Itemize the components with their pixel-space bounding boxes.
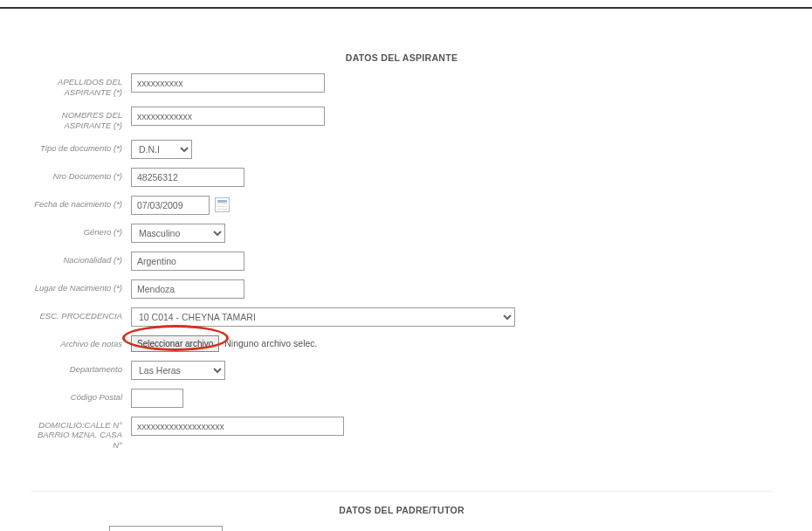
select-esc-procedencia[interactable]: 10 C014 - CHEYNA TAMARI	[131, 307, 515, 327]
input-nacionalidad[interactable]	[131, 252, 244, 271]
label-departamento: Departamento	[31, 361, 131, 375]
label-apellidos-aspirante: APELLIDOS DEL ASPIRANTE (*)	[31, 73, 131, 98]
label-codigo-postal: Código Postal	[31, 389, 131, 403]
select-departamento[interactable]: Las Heras	[131, 361, 225, 380]
label-genero: Género (*)	[31, 224, 131, 238]
select-genero[interactable]: Masculino	[131, 224, 225, 243]
select-tipo-documento[interactable]: D.N.I	[131, 140, 192, 159]
calendar-icon[interactable]	[215, 197, 230, 212]
label-fecha-nacimiento: Fecha de nacimiento (*)	[31, 196, 131, 210]
file-status-text: Ninguno archivo selec.	[224, 338, 317, 348]
input-apellidos-aspirante[interactable]	[131, 73, 325, 93]
input-domicilio[interactable]	[131, 417, 344, 436]
section-title-tutor: DATOS DEL PADRE/TUTOR	[31, 505, 773, 515]
label-lugar-nacimiento: Lugar de Nacimiento (*)	[31, 279, 131, 293]
label-nro-documento: Nro Documento (*)	[31, 168, 131, 182]
label-nombres-aspirante: NOMBRES DEL ASPIRANTE (*)	[31, 107, 131, 131]
file-select-button[interactable]: Seleccionar archivo	[131, 335, 219, 352]
label-nacionalidad: Nacionalidad (*)	[31, 252, 131, 266]
input-apellidos-tutor[interactable]	[109, 526, 223, 531]
input-lugar-nacimiento[interactable]	[131, 279, 244, 299]
label-domicilio: DOMICILIO:CALLE N° BARRIO MZNA. CASA N°	[31, 417, 131, 452]
label-apellidos-tutor: APELLIDOS	[31, 526, 109, 531]
label-esc-procedencia: ESC. PROCEDENCIA	[31, 307, 131, 321]
section-title-aspirante: DATOS DEL ASPIRANTE	[31, 52, 773, 63]
label-archivo-notas: Archivo de notas	[31, 335, 131, 349]
input-fecha-nacimiento[interactable]	[131, 196, 210, 215]
input-codigo-postal[interactable]	[131, 389, 183, 408]
label-tipo-documento: Tipo de documento (*)	[31, 140, 131, 154]
input-nombres-aspirante[interactable]	[131, 107, 325, 126]
input-nro-documento[interactable]	[131, 168, 244, 187]
